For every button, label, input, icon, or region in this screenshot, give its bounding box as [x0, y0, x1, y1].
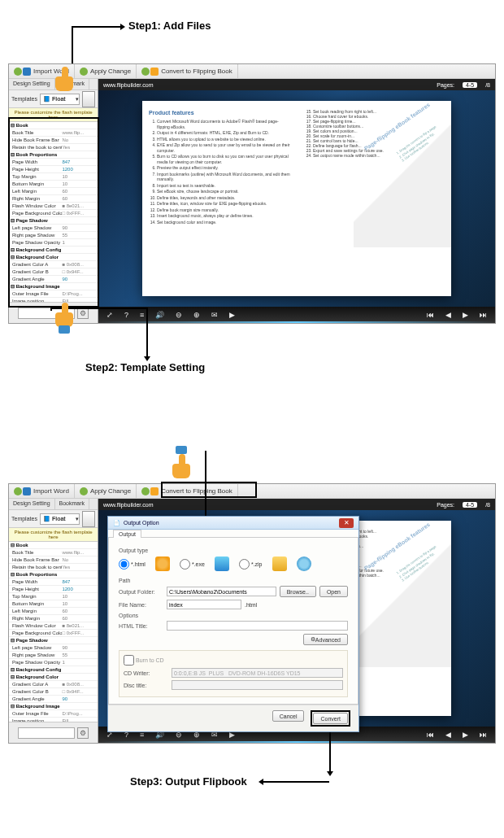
- prop-row[interactable]: Top Margin10: [9, 593, 98, 600]
- nav-icon[interactable]: ⏮: [427, 731, 434, 739]
- prop-row[interactable]: Bottom Margin10: [9, 600, 98, 608]
- prop-row[interactable]: Right Margin60: [9, 195, 98, 203]
- prop-row[interactable]: Gradient Angle90: [9, 276, 98, 283]
- prop-row[interactable]: Gradient Angle90: [9, 696, 98, 703]
- prop-row[interactable]: Right page Shadow55: [9, 652, 98, 659]
- prop-row[interactable]: Page Shadow Opacity1: [9, 239, 98, 247]
- nav-icon[interactable]: ▶: [463, 731, 468, 739]
- dialog-tab-output[interactable]: Output: [113, 530, 141, 538]
- property-grid[interactable]: ⊟ BookBook Titlewww.flip...Hide Book Fra…: [9, 122, 98, 302]
- control-icon[interactable]: ⊖: [176, 311, 182, 319]
- nav-icon[interactable]: ◀: [445, 311, 451, 319]
- nav-icon[interactable]: ◀: [445, 731, 451, 739]
- prop-row[interactable]: Left Margin60: [9, 188, 98, 195]
- tab-design[interactable]: Design Setting: [9, 499, 55, 509]
- control-icon[interactable]: ✉: [211, 311, 218, 319]
- output-folder-input[interactable]: [167, 587, 276, 596]
- prop-row[interactable]: Flash Window Color■ 8e021...: [9, 203, 98, 210]
- prop-row[interactable]: Gradient Color A■ 0x008...: [9, 681, 98, 688]
- hand-cursor-convert: [171, 454, 193, 480]
- prop-row[interactable]: Top Margin10: [9, 173, 98, 181]
- preview-pane: www.flipbuilder.com Pages: 4-5 /8 Produc…: [98, 79, 495, 323]
- prop-row[interactable]: Page Height1200: [9, 586, 98, 593]
- prop-row[interactable]: ⊟ Book Proportions: [9, 571, 98, 578]
- settings-icon[interactable]: [77, 727, 89, 739]
- control-icon[interactable]: ⤢: [106, 311, 113, 319]
- convert-dialog-button[interactable]: Convert: [313, 713, 348, 724]
- prop-row[interactable]: ⊟ Page Shadow: [9, 637, 98, 644]
- prop-row[interactable]: ⊟ Background Image: [9, 703, 98, 710]
- prop-row[interactable]: Page Width847: [9, 578, 98, 586]
- property-search[interactable]: [18, 727, 75, 739]
- prop-row[interactable]: Retain the book to centerYes: [9, 144, 98, 151]
- prop-row[interactable]: Flash Window Color■ 8e021...: [9, 622, 98, 630]
- control-icon[interactable]: ≡: [140, 311, 144, 319]
- page-curl[interactable]: Page-flipping eBook features 1. Drag the…: [354, 101, 451, 247]
- prop-row[interactable]: Book Titlewww.flip...: [9, 549, 98, 556]
- nav-icon[interactable]: ▶: [463, 311, 468, 319]
- radio-zip[interactable]: [239, 559, 250, 570]
- convert-button[interactable]: Convert to Flipping Book: [137, 64, 238, 78]
- prop-row[interactable]: Page Background Color□ 0xFFF...: [9, 630, 98, 637]
- control-icon[interactable]: ?: [124, 311, 128, 319]
- prop-row[interactable]: Page Width847: [9, 159, 98, 166]
- prop-row[interactable]: ⊟ Book: [9, 542, 98, 549]
- prop-row[interactable]: Right page Shadow55: [9, 232, 98, 239]
- nav-icon[interactable]: ⏭: [480, 731, 487, 739]
- prop-row[interactable]: ⊟ Background Image: [9, 283, 98, 290]
- tab-design[interactable]: Design Setting: [9, 79, 55, 89]
- open-button[interactable]: Open: [319, 586, 348, 597]
- prop-row[interactable]: ⊟ Background Config: [9, 666, 98, 674]
- template-select[interactable]: 📘Float▾: [40, 513, 80, 525]
- control-icon[interactable]: ▶: [229, 311, 235, 319]
- prop-row[interactable]: Bottom Margin10: [9, 181, 98, 188]
- prop-row[interactable]: Outer Image FileD:\Prog...: [9, 710, 98, 718]
- burn-checkbox[interactable]: [124, 655, 134, 666]
- cancel-button[interactable]: Cancel: [272, 710, 305, 722]
- html-title-input[interactable]: [167, 621, 348, 631]
- prop-row[interactable]: Retain the book to centerYes: [9, 564, 98, 571]
- filename-input[interactable]: [167, 600, 241, 609]
- cloud-icon[interactable]: [297, 556, 311, 571]
- pages-total: /8: [485, 82, 490, 88]
- control-icon[interactable]: 🔊: [155, 311, 164, 319]
- prop-row[interactable]: ⊟ Background Color: [9, 254, 98, 261]
- prop-row[interactable]: Gradient Color A■ 0x008...: [9, 261, 98, 268]
- prop-row[interactable]: Book Titlewww.flip...: [9, 129, 98, 137]
- prop-row[interactable]: Outer Image FileD:\Prog...: [9, 290, 98, 298]
- browse-button[interactable]: Browse..: [280, 586, 316, 597]
- template-select[interactable]: 📘Float▾: [40, 94, 80, 105]
- prop-row[interactable]: ⊟ Background Config: [9, 247, 98, 254]
- prop-row[interactable]: Page Shadow Opacity1: [9, 659, 98, 666]
- radio-exe[interactable]: [180, 559, 190, 570]
- template-thumb[interactable]: [82, 91, 95, 107]
- prop-row[interactable]: Page Background Color□ 0xFFF...: [9, 210, 98, 217]
- pages-input[interactable]: 4-5: [463, 82, 477, 88]
- prop-row[interactable]: Page Height1200: [9, 166, 98, 173]
- advanced-button[interactable]: ⚙ Advanced: [303, 634, 348, 645]
- prop-row[interactable]: Hide Book Frame BarNo: [9, 137, 98, 144]
- prop-row[interactable]: ⊟ Book Proportions: [9, 151, 98, 159]
- prop-row[interactable]: Gradient Color B□ 0x94F...: [9, 688, 98, 696]
- prop-row[interactable]: Hide Book Frame BarNo: [9, 556, 98, 564]
- close-button[interactable]: ✕: [339, 518, 354, 528]
- nav-icon[interactable]: ⏮: [427, 311, 434, 319]
- prop-row[interactable]: ⊟ Background Color: [9, 674, 98, 681]
- nav-icon[interactable]: ⏭: [480, 311, 487, 319]
- apply-change-button[interactable]: Apply Change: [75, 484, 137, 498]
- apply-change-button[interactable]: Apply Change: [75, 64, 137, 78]
- feature-item: Set background color and image.: [157, 220, 290, 225]
- prop-row[interactable]: Left Margin60: [9, 608, 98, 615]
- import-word-button[interactable]: Import Word: [9, 484, 75, 498]
- prop-row[interactable]: Right Margin60: [9, 615, 98, 622]
- prop-row[interactable]: ⊟ Book: [9, 122, 98, 129]
- convert-button[interactable]: Convert to Flipping Book: [137, 484, 238, 498]
- tab-bookmark[interactable]: Bookmark: [55, 499, 90, 509]
- prop-row[interactable]: Gradient Color B□ 0x94F...: [9, 268, 98, 276]
- prop-row[interactable]: Left page Shadow90: [9, 225, 98, 232]
- prop-row[interactable]: ⊟ Page Shadow: [9, 217, 98, 225]
- control-icon[interactable]: ⊕: [193, 311, 200, 319]
- radio-html[interactable]: [119, 559, 129, 570]
- prop-row[interactable]: Left page Shadow90: [9, 644, 98, 652]
- flipbook[interactable]: Product features Convert Microsoft Word …: [142, 101, 451, 296]
